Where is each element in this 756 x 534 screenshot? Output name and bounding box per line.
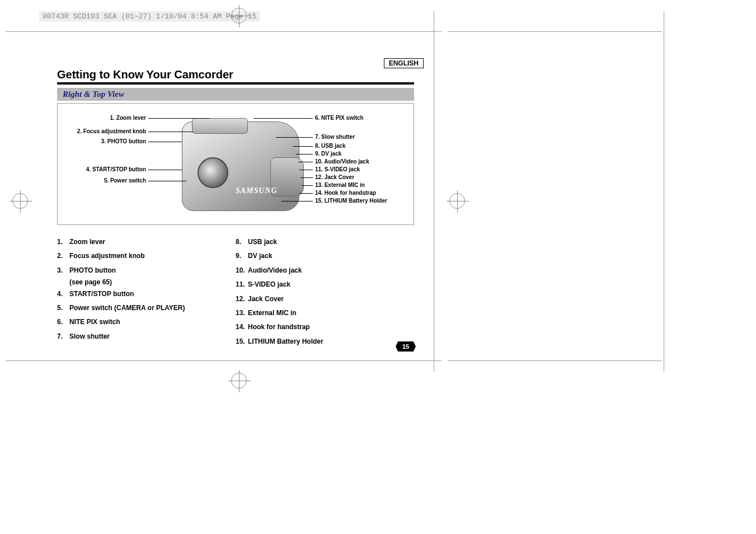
- section-subtitle: Right & Top View: [57, 88, 414, 101]
- list-item-text: Power switch (CAMERA or PLAYER): [69, 302, 185, 313]
- list-item-text: Audio/Video jack: [248, 265, 302, 276]
- feature-list-left: 1.Zoom lever2.Focus adjustment knob3.PHO…: [57, 236, 236, 350]
- callout-label: 14. Hook for handstrap: [315, 190, 376, 196]
- callout-label: 9. DV jack: [315, 151, 341, 157]
- leader-line: [276, 137, 313, 138]
- list-item-text: Slow shutter: [69, 331, 110, 342]
- list-item-number: 1.: [57, 236, 69, 247]
- list-item-number: 4.: [57, 288, 69, 299]
- leader-line: [299, 193, 313, 194]
- list-item: 11.S-VIDEO jack: [236, 279, 414, 290]
- list-item: 10.Audio/Video jack: [236, 265, 414, 276]
- list-item-text: External MIC in: [248, 307, 297, 318]
- leader-line: [293, 146, 313, 147]
- list-item-number: 15.: [236, 336, 248, 347]
- list-item: 7.Slow shutter: [57, 331, 236, 342]
- leader-line: [148, 142, 182, 142]
- camcorder-diagram: SAMSUNG 1. Zoom lever 2. Focus adjustmen…: [57, 103, 414, 225]
- list-item-text: Focus adjustment knob: [69, 250, 145, 261]
- crop-line: [434, 11, 434, 372]
- list-item: 12.Jack Cover: [236, 293, 414, 305]
- leader-line: [253, 118, 313, 119]
- page-title: Getting to Know Your Camcorder: [57, 68, 426, 82]
- list-item-number: 13.: [236, 307, 248, 318]
- list-item-text: PHOTO button: [69, 265, 116, 276]
- list-item-text: START/STOP button: [69, 288, 134, 299]
- leader-line: [302, 185, 313, 186]
- list-item-text: Jack Cover: [248, 293, 284, 305]
- callout-label: 11. S-VIDEO jack: [315, 166, 360, 172]
- list-item: 8.USB jack: [236, 236, 414, 247]
- list-item: 2.Focus adjustment knob: [57, 250, 236, 261]
- list-item-number: 8.: [236, 236, 248, 247]
- list-item-number: 10.: [236, 265, 248, 276]
- callout-label: 6. NITE PIX switch: [315, 115, 364, 121]
- leader-line: [148, 118, 210, 119]
- registration-mark-icon: [449, 193, 465, 209]
- crop-line: [448, 31, 662, 32]
- crop-line: [6, 31, 442, 32]
- callout-label: 15. LITHIUM Battery Holder: [315, 198, 387, 204]
- callout-label: 10. Audio/Video jack: [315, 158, 369, 165]
- crop-line: [664, 11, 664, 372]
- brand-label: SAMSUNG: [236, 186, 278, 195]
- callout-label: 3. PHOTO button: [73, 138, 146, 144]
- registration-mark-icon: [231, 373, 247, 388]
- page-number-badge: 15: [396, 341, 416, 352]
- list-item: 6.NITE PIX switch: [57, 316, 236, 327]
- list-item-number: 5.: [57, 302, 69, 313]
- callout-label: 12. Jack Cover: [315, 174, 354, 180]
- list-item-number: 7.: [57, 331, 69, 342]
- list-item-text: LITHIUM Battery Holder: [248, 336, 323, 347]
- leader-line: [148, 132, 193, 132]
- list-item-text: S-VIDEO jack: [248, 279, 290, 290]
- callout-label: 4. START/STOP button: [63, 166, 146, 172]
- list-item-text: Hook for handstrap: [248, 321, 310, 332]
- callout-label: 1. Zoom lever: [73, 115, 146, 121]
- registration-mark-icon: [231, 8, 247, 24]
- title-underline: [57, 82, 414, 85]
- leader-line: [300, 177, 313, 178]
- list-item-text: Zoom lever: [69, 236, 105, 247]
- list-item-subtext: (see page 65): [69, 277, 236, 288]
- crop-line: [6, 360, 442, 361]
- list-item: 4.START/STOP button: [57, 288, 236, 299]
- list-item-number: 11.: [236, 279, 248, 290]
- feature-list-right: 8.USB jack9.DV jack10.Audio/Video jack11…: [236, 236, 414, 350]
- prepress-header: 00743R SCD103 SEA (01~27) 1/10/04 8:54 A…: [39, 11, 260, 22]
- list-item-text: NITE PIX switch: [69, 316, 120, 327]
- list-item-number: 14.: [236, 321, 248, 332]
- leader-line: [281, 201, 313, 202]
- leader-line: [299, 170, 313, 170]
- list-item: 9.DV jack: [236, 250, 414, 261]
- feature-list: 1.Zoom lever2.Focus adjustment knob3.PHO…: [57, 236, 414, 350]
- callout-label: 5. Power switch: [73, 177, 146, 184]
- page-content: ENGLISH Getting to Know Your Camcorder R…: [35, 34, 426, 350]
- callout-label: 2. Focus adjustment knob: [63, 128, 146, 134]
- list-item: 5.Power switch (CAMERA or PLAYER): [57, 302, 236, 313]
- list-item: 13.External MIC in: [236, 307, 414, 318]
- callout-label: 7. Slow shutter: [315, 134, 355, 140]
- list-item-text: USB jack: [248, 236, 277, 247]
- list-item: 3.PHOTO button: [57, 265, 236, 276]
- registration-mark-icon: [12, 193, 28, 209]
- callout-label: 8. USB jack: [315, 143, 345, 149]
- leader-line: [296, 154, 313, 154]
- list-item-number: 9.: [236, 250, 248, 261]
- list-item-number: 6.: [57, 316, 69, 327]
- language-badge: ENGLISH: [384, 58, 424, 68]
- leader-line: [148, 181, 186, 181]
- list-item: 1.Zoom lever: [57, 236, 236, 247]
- list-item-number: 12.: [236, 293, 248, 305]
- list-item-number: 3.: [57, 265, 69, 276]
- list-item: 14.Hook for handstrap: [236, 321, 414, 332]
- leader-line: [298, 162, 313, 162]
- crop-line: [448, 360, 662, 361]
- list-item-number: 2.: [57, 250, 69, 261]
- callout-label: 13. External MIC in: [315, 182, 365, 188]
- list-item: 15.LITHIUM Battery Holder: [236, 336, 414, 347]
- camcorder-lens-icon: [198, 157, 228, 188]
- leader-line: [148, 170, 182, 170]
- camcorder-top-icon: [192, 118, 248, 134]
- list-item-text: DV jack: [248, 250, 272, 261]
